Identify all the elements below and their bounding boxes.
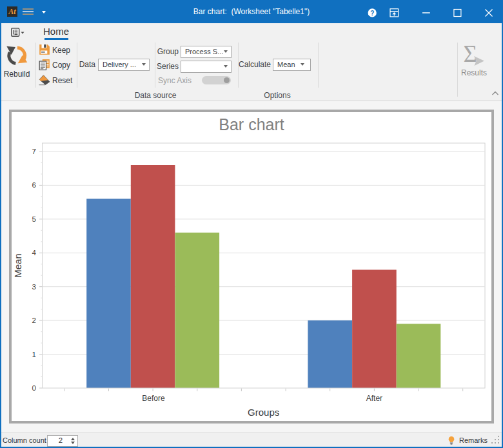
svg-text:After: After: [366, 394, 382, 403]
svg-text:5: 5: [32, 215, 36, 223]
svg-text:7: 7: [32, 148, 36, 155]
svg-text:3: 3: [32, 283, 36, 291]
svg-text:6: 6: [32, 181, 36, 189]
svg-text:Before: Before: [142, 394, 165, 403]
svg-text:2: 2: [32, 317, 36, 324]
svg-text:Groups: Groups: [248, 407, 279, 418]
svg-text:Bar chart: Bar chart: [219, 115, 284, 133]
svg-text:1: 1: [32, 351, 36, 358]
svg-text:4: 4: [32, 249, 37, 257]
svg-text:0: 0: [32, 384, 36, 392]
svg-text:Mean: Mean: [12, 253, 23, 278]
